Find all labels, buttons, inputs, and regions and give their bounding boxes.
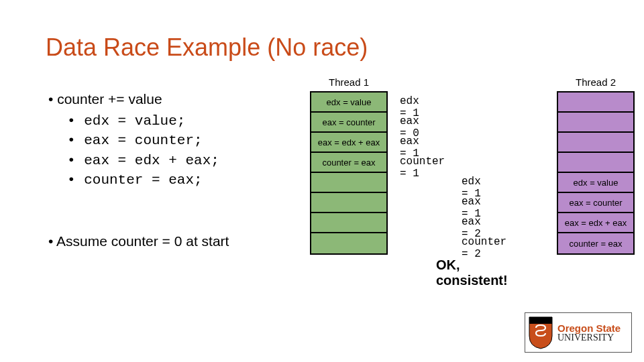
counter-heading: • counter += value [48, 91, 229, 107]
t2-cell-6: eax = edx + eax [558, 213, 633, 233]
thread1-stack: edx = value eax = counter eax = edx + ea… [310, 91, 388, 255]
ok-consistent: OK, consistent! [436, 257, 508, 288]
t2-cell-3 [558, 153, 633, 173]
t2-cell-5: eax = counter [558, 193, 633, 213]
code-line-2: • eax = edx + eax; [67, 151, 229, 170]
thread2-stack: edx = value eax = counter eax = edx + ea… [557, 91, 635, 255]
t2-cell-2 [558, 133, 633, 153]
assume-text: • Assume counter = 0 at start [48, 233, 229, 249]
t1-cell-2: eax = edx + eax [311, 133, 386, 153]
t1-cell-6 [311, 213, 386, 233]
logo-bottom: UNIVERSITY [557, 333, 621, 343]
t1-cell-5 [311, 193, 386, 213]
t2-cell-7: counter = eax [558, 233, 633, 253]
logo-top: Oregon State [557, 323, 621, 333]
t1-cell-4 [311, 173, 386, 193]
t2-cell-1 [558, 113, 633, 133]
code-line-3: • counter = eax; [67, 170, 229, 190]
osu-logo: Oregon State UNIVERSITY [525, 312, 632, 353]
code-line-1: • eax = counter; [67, 131, 229, 150]
slide-title: Data Race Example (No race) [46, 34, 644, 62]
state-t1-3: counter = 1 [400, 156, 445, 180]
t1-cell-7 [311, 233, 386, 253]
t1-cell-0: edx = value [311, 93, 386, 113]
shield-icon [528, 316, 553, 349]
left-column: • counter += value • edx = value; • eax … [48, 91, 229, 249]
t2-cell-0 [558, 93, 633, 113]
state-t2-3: counter = 2 [462, 236, 506, 260]
code-line-0: • edx = value; [67, 111, 229, 131]
thread1-header: Thread 1 [310, 76, 388, 88]
t2-cell-4: edx = value [558, 173, 633, 193]
t1-cell-1: eax = counter [311, 113, 386, 133]
thread2-header: Thread 2 [557, 76, 635, 88]
t1-cell-3: counter = eax [311, 153, 386, 173]
logo-text: Oregon State UNIVERSITY [557, 323, 621, 343]
